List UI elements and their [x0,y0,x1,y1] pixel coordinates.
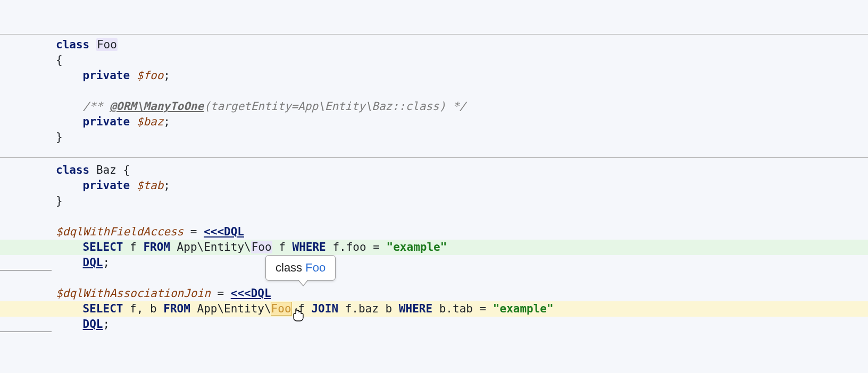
keyword-private: private [83,179,130,192]
sql-join: JOIN [311,302,338,315]
keyword-class: class [56,164,89,176]
code-line[interactable]: $dqlWithFieldAccess = <<<DQL [0,224,868,240]
sql-frag: f [272,241,293,253]
semicolon: ; [163,115,170,128]
assign-eq: = [183,225,204,238]
class-name-foo[interactable]: Foo [96,38,118,51]
heredoc-close: DQL [83,318,103,330]
heredoc-close: DQL [83,256,103,269]
tooltip-tail-icon [298,280,308,286]
semicolon: ; [163,69,170,82]
annotation-manytoone[interactable]: @ORM\ManyToOne [110,100,204,113]
code-editor[interactable]: class Foo { private $foo; /** @ORM\ManyT… [0,0,868,373]
sql-where: WHERE [293,241,326,253]
code-block-dql1: $dqlWithFieldAccess = <<<DQL SELECT f FR… [0,224,868,270]
string-example: "example" [493,302,554,315]
sql-select: SELECT [83,302,123,315]
separator-top [0,34,868,35]
string-example: "example" [387,241,447,253]
code-line[interactable]: $dqlWithAssociationJoin = <<<DQL [0,286,868,301]
semicolon: ; [103,256,110,269]
sql-frag: f.baz b [338,302,399,315]
code-line[interactable]: } [0,130,868,145]
assign-eq: = [211,287,231,300]
code-line[interactable]: DQL; [0,317,868,332]
variable-tab[interactable]: $tab [137,179,164,192]
code-line-highlight-yellow[interactable]: SELECT f, b FROM App\Entity\Foo f JOIN f… [0,301,868,317]
code-line[interactable]: { [0,53,868,68]
separator-mid [0,157,868,158]
sql-frag: f [123,241,143,253]
keyword-private: private [83,69,130,82]
brace-close: } [56,131,63,143]
brace-open: { [56,54,63,66]
sql-frag: b.tab = [432,302,493,315]
brace-close: } [56,194,63,207]
tooltip-classname: Foo [305,261,326,274]
variable-dql1[interactable]: $dqlWithFieldAccess [56,225,183,238]
semicolon: ; [103,318,110,330]
code-block-foo: class Foo { private $foo; /** @ORM\ManyT… [0,37,868,145]
sql-frag: f, b [123,302,163,315]
code-block-baz: class Baz { private $tab; } [0,163,868,209]
sql-where: WHERE [399,302,432,315]
sql-select: SELECT [83,241,123,253]
keyword-class: class [56,38,89,51]
quickdoc-tooltip: class Foo [265,255,336,281]
code-line[interactable]: DQL; [0,255,868,270]
code-line[interactable]: /** @ORM\ManyToOne(targetEntity=App\Enti… [0,99,868,114]
entity-foo-hover[interactable]: Foo [271,302,291,315]
variable-foo[interactable]: $foo [137,69,164,82]
sql-frag: f.foo = [326,241,387,253]
variable-baz[interactable]: $baz [137,115,164,128]
code-line[interactable]: private $baz; [0,114,868,130]
sql-from: FROM [143,241,170,253]
code-line[interactable]: private $tab; [0,178,868,193]
brace-open: { [116,164,130,176]
docblock-open: /** [83,100,110,113]
code-line[interactable]: class Baz { [0,163,868,178]
docblock-rest: (targetEntity=App\Entity\Baz::class) */ [204,100,466,113]
gutter-underline [0,332,52,332]
code-line[interactable]: } [0,193,868,209]
gutter-underline [0,270,52,270]
semicolon: ; [163,179,170,192]
heredoc-open: <<<DQL [204,225,244,238]
sql-frag: f [291,302,312,315]
heredoc-open: <<<DQL [231,287,271,300]
class-name-baz[interactable]: Baz [96,164,116,176]
variable-dql2[interactable]: $dqlWithAssociationJoin [56,287,211,300]
entity-prefix: App\Entity\ [190,302,271,315]
keyword-private: private [83,115,130,128]
sql-from: FROM [163,302,190,315]
entity-foo[interactable]: Foo [251,241,272,253]
code-line-highlight-green[interactable]: SELECT f FROM App\Entity\Foo f WHERE f.f… [0,240,868,255]
code-line[interactable]: class Foo [0,37,868,53]
code-block-dql2: $dqlWithAssociationJoin = <<<DQL SELECT … [0,286,868,332]
code-line[interactable]: private $foo; [0,68,868,83]
tooltip-keyword: class [276,261,305,274]
entity-prefix: App\Entity\ [170,241,251,253]
